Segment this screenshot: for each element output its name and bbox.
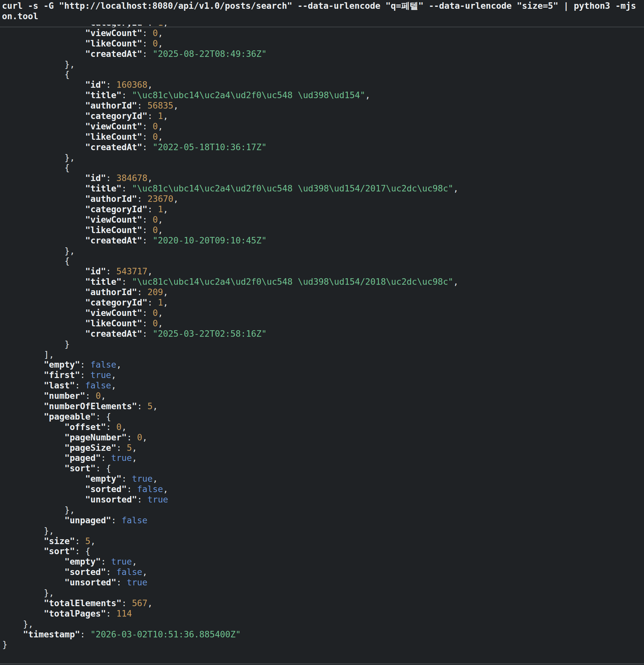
output-line: "createdAt": "2022-05-18T10:36:17Z" [2,142,458,152]
output-line: }, [2,505,458,515]
output-line: { [2,256,458,266]
command-separator [0,27,644,27]
output-line: "createdAt": "2025-03-22T02:58:16Z" [2,329,458,339]
output-line: "pageNumber": 0, [2,432,458,443]
output-line: "unpaged": false [2,515,458,526]
output-line: ], [2,349,458,360]
output-line: "empty": false, [2,360,458,370]
output-line: "sort": { [2,546,458,556]
output-line: { [2,163,458,173]
output-line: "numberOfElements": 5, [2,401,458,412]
output-line: "empty": true, [2,474,458,484]
output-line: "createdAt": "2020-10-20T09:10:45Z" [2,235,458,246]
output-line: } [2,639,458,650]
output-line: "viewCount": 0, [2,28,458,38]
output-line: "viewCount": 0, [2,308,458,318]
output-line: "categoryId": 1, [2,204,458,214]
output-line: "likeCount": 0, [2,132,458,142]
output-line: "unsorted": true [2,494,458,505]
output-line: "id": 384678, [2,173,458,183]
output-line: "totalElements": 567, [2,598,458,608]
output-line: "last": false, [2,380,458,391]
output-line: "size": 5, [2,536,458,546]
output-line: "paged": true, [2,453,458,463]
output-line: "first": true, [2,370,458,380]
output-line: "offset": 0, [2,422,458,432]
output-line: }, [2,246,458,256]
output-line: "pageSize": 5, [2,443,458,453]
output-line: "title": "\uc81c\ubc14\uc2a4\ud2f0\uc548… [2,277,458,287]
output-line: }, [2,526,458,536]
output-line: { [2,69,458,80]
output-line: "number": 0, [2,391,458,401]
output-line: "sorted": false, [2,484,458,494]
output-line: } [2,339,458,349]
output-line: }, [2,588,458,598]
output-line: "pageable": { [2,412,458,422]
output-line: }, [2,152,458,163]
terminal-bottom-edge [0,663,644,664]
output-line: "sort": { [2,463,458,474]
output-line: "viewCount": 0, [2,121,458,132]
command-line-1: curl -s -G "http://localhost:8080/api/v1… [0,1,644,11]
terminal-output: "categoryId": 1, "viewCount": 0, "likeCo… [2,18,458,650]
output-line: }, [2,59,458,70]
output-line: "authorId": 23670, [2,194,458,204]
output-line: "title": "\uc81c\ubc14\uc2a4\ud2f0\uc548… [2,183,458,194]
output-line: "title": "\uc81c\ubc14\uc2a4\ud2f0\uc548… [2,90,458,100]
terminal[interactable]: "categoryId": 1, "viewCount": 0, "likeCo… [0,0,644,665]
output-line: "likeCount": 0, [2,318,458,329]
output-line: "createdAt": "2025-08-22T08:49:36Z" [2,49,458,59]
output-line: "unsorted": true [2,577,458,588]
output-line: "likeCount": 0, [2,225,458,235]
output-line: "sorted": false, [2,567,458,577]
output-line: "id": 543717, [2,266,458,277]
output-line: "likeCount": 0, [2,38,458,49]
output-line: "authorId": 209, [2,287,458,298]
output-line: "empty": true, [2,556,458,567]
output-line: }, [2,619,458,629]
output-line: "categoryId": 1, [2,111,458,121]
output-line: "totalPages": 114 [2,608,458,619]
command-header: curl -s -G "http://localhost:8080/api/v1… [0,0,644,25]
output-line: "authorId": 56835, [2,100,458,111]
command-line-2: on.tool [0,11,644,21]
output-line: "categoryId": 1, [2,298,458,308]
output-line: "viewCount": 0, [2,214,458,225]
output-line: "timestamp": "2026-03-02T10:51:36.885400… [2,629,458,640]
output-line: "id": 160368, [2,80,458,90]
